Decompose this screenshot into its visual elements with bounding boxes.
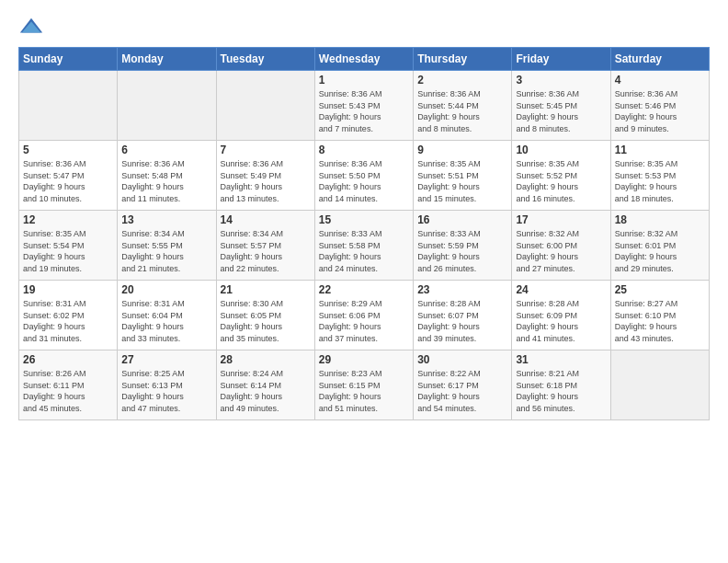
- day-number: 2: [417, 74, 507, 86]
- day-number: 26: [23, 353, 113, 366]
- day-number: 3: [516, 74, 606, 86]
- day-info: Sunrise: 8:28 AM Sunset: 6:09 PM Dayligh…: [516, 298, 606, 344]
- logo: [18, 14, 48, 40]
- day-number: 16: [417, 213, 507, 226]
- header-cell-sunday: Sunday: [19, 48, 118, 71]
- day-info: Sunrise: 8:27 AM Sunset: 6:10 PM Dayligh…: [615, 298, 705, 344]
- calendar-cell: 17Sunrise: 8:32 AM Sunset: 6:00 PM Dayli…: [512, 211, 610, 281]
- calendar-cell: 28Sunrise: 8:24 AM Sunset: 6:14 PM Dayli…: [216, 350, 314, 420]
- calendar-cell: [118, 71, 216, 141]
- day-info: Sunrise: 8:30 AM Sunset: 6:05 PM Dayligh…: [221, 298, 311, 344]
- calendar-cell: 4Sunrise: 8:36 AM Sunset: 5:46 PM Daylig…: [610, 71, 709, 141]
- calendar-cell: 13Sunrise: 8:34 AM Sunset: 5:55 PM Dayli…: [118, 211, 216, 281]
- day-number: 18: [615, 213, 705, 226]
- calendar-cell: 7Sunrise: 8:36 AM Sunset: 5:49 PM Daylig…: [216, 141, 314, 211]
- calendar-cell: 24Sunrise: 8:28 AM Sunset: 6:09 PM Dayli…: [512, 281, 610, 350]
- calendar-cell: 5Sunrise: 8:36 AM Sunset: 5:47 PM Daylig…: [19, 141, 118, 211]
- week-row-4: 19Sunrise: 8:31 AM Sunset: 6:02 PM Dayli…: [19, 281, 710, 350]
- calendar-cell: 10Sunrise: 8:35 AM Sunset: 5:52 PM Dayli…: [512, 141, 610, 211]
- week-row-5: 26Sunrise: 8:26 AM Sunset: 6:11 PM Dayli…: [19, 350, 710, 420]
- day-number: 30: [417, 353, 507, 366]
- calendar-cell: 19Sunrise: 8:31 AM Sunset: 6:02 PM Dayli…: [19, 281, 118, 350]
- day-number: 8: [319, 144, 409, 156]
- day-info: Sunrise: 8:36 AM Sunset: 5:50 PM Dayligh…: [319, 158, 409, 204]
- day-info: Sunrise: 8:36 AM Sunset: 5:49 PM Dayligh…: [221, 158, 311, 204]
- day-number: 15: [319, 213, 409, 226]
- calendar-cell: 1Sunrise: 8:36 AM Sunset: 5:43 PM Daylig…: [314, 71, 413, 141]
- calendar-cell: 29Sunrise: 8:23 AM Sunset: 6:15 PM Dayli…: [314, 350, 413, 420]
- day-info: Sunrise: 8:34 AM Sunset: 5:57 PM Dayligh…: [221, 228, 311, 274]
- calendar-cell: 15Sunrise: 8:33 AM Sunset: 5:58 PM Dayli…: [314, 211, 413, 281]
- day-info: Sunrise: 8:25 AM Sunset: 6:13 PM Dayligh…: [121, 368, 211, 414]
- day-info: Sunrise: 8:23 AM Sunset: 6:15 PM Dayligh…: [319, 368, 409, 414]
- day-number: 10: [516, 144, 606, 156]
- calendar-cell: 22Sunrise: 8:29 AM Sunset: 6:06 PM Dayli…: [314, 281, 413, 350]
- header-cell-monday: Monday: [118, 48, 216, 71]
- day-info: Sunrise: 8:36 AM Sunset: 5:43 PM Dayligh…: [319, 88, 409, 134]
- calendar-cell: 11Sunrise: 8:35 AM Sunset: 5:53 PM Dayli…: [610, 141, 709, 211]
- day-info: Sunrise: 8:31 AM Sunset: 6:02 PM Dayligh…: [23, 298, 113, 344]
- week-row-1: 1Sunrise: 8:36 AM Sunset: 5:43 PM Daylig…: [19, 71, 710, 141]
- day-info: Sunrise: 8:32 AM Sunset: 6:00 PM Dayligh…: [516, 228, 606, 274]
- day-info: Sunrise: 8:28 AM Sunset: 6:07 PM Dayligh…: [417, 298, 507, 344]
- header-cell-tuesday: Tuesday: [216, 48, 314, 71]
- calendar-cell: [216, 71, 314, 141]
- calendar-cell: 3Sunrise: 8:36 AM Sunset: 5:45 PM Daylig…: [512, 71, 610, 141]
- day-number: 6: [121, 144, 211, 156]
- day-number: 5: [23, 144, 113, 156]
- calendar-cell: 9Sunrise: 8:35 AM Sunset: 5:51 PM Daylig…: [414, 141, 512, 211]
- day-number: 12: [23, 213, 113, 226]
- day-number: 28: [221, 353, 311, 366]
- calendar-cell: 25Sunrise: 8:27 AM Sunset: 6:10 PM Dayli…: [610, 281, 709, 350]
- day-info: Sunrise: 8:21 AM Sunset: 6:18 PM Dayligh…: [516, 368, 606, 414]
- calendar-cell: [610, 350, 709, 420]
- page: SundayMondayTuesdayWednesdayThursdayFrid…: [0, 0, 728, 563]
- day-info: Sunrise: 8:35 AM Sunset: 5:54 PM Dayligh…: [23, 228, 113, 274]
- day-number: 25: [615, 283, 705, 296]
- calendar-cell: 2Sunrise: 8:36 AM Sunset: 5:44 PM Daylig…: [414, 71, 512, 141]
- day-info: Sunrise: 8:24 AM Sunset: 6:14 PM Dayligh…: [221, 368, 311, 414]
- header-cell-friday: Friday: [512, 48, 610, 71]
- calendar-cell: 26Sunrise: 8:26 AM Sunset: 6:11 PM Dayli…: [19, 350, 118, 420]
- day-info: Sunrise: 8:36 AM Sunset: 5:48 PM Dayligh…: [121, 158, 211, 204]
- day-info: Sunrise: 8:35 AM Sunset: 5:51 PM Dayligh…: [417, 158, 507, 204]
- week-row-2: 5Sunrise: 8:36 AM Sunset: 5:47 PM Daylig…: [19, 141, 710, 211]
- day-number: 27: [121, 353, 211, 366]
- header-cell-saturday: Saturday: [610, 48, 709, 71]
- calendar-cell: [19, 71, 118, 141]
- calendar-cell: 30Sunrise: 8:22 AM Sunset: 6:17 PM Dayli…: [414, 350, 512, 420]
- calendar-table: SundayMondayTuesdayWednesdayThursdayFrid…: [18, 47, 710, 420]
- calendar-cell: 23Sunrise: 8:28 AM Sunset: 6:07 PM Dayli…: [414, 281, 512, 350]
- day-info: Sunrise: 8:32 AM Sunset: 6:01 PM Dayligh…: [615, 228, 705, 274]
- day-info: Sunrise: 8:35 AM Sunset: 5:53 PM Dayligh…: [615, 158, 705, 204]
- day-number: 17: [516, 213, 606, 226]
- day-info: Sunrise: 8:22 AM Sunset: 6:17 PM Dayligh…: [417, 368, 507, 414]
- day-number: 24: [516, 283, 606, 296]
- day-number: 22: [319, 283, 409, 296]
- day-number: 4: [615, 74, 705, 86]
- header-row: SundayMondayTuesdayWednesdayThursdayFrid…: [19, 48, 710, 71]
- day-number: 13: [121, 213, 211, 226]
- header-cell-wednesday: Wednesday: [314, 48, 413, 71]
- day-info: Sunrise: 8:36 AM Sunset: 5:44 PM Dayligh…: [417, 88, 507, 134]
- day-info: Sunrise: 8:34 AM Sunset: 5:55 PM Dayligh…: [121, 228, 211, 274]
- day-number: 19: [23, 283, 113, 296]
- calendar-cell: 14Sunrise: 8:34 AM Sunset: 5:57 PM Dayli…: [216, 211, 314, 281]
- calendar-cell: 20Sunrise: 8:31 AM Sunset: 6:04 PM Dayli…: [118, 281, 216, 350]
- calendar-cell: 6Sunrise: 8:36 AM Sunset: 5:48 PM Daylig…: [118, 141, 216, 211]
- day-number: 31: [516, 353, 606, 366]
- day-info: Sunrise: 8:26 AM Sunset: 6:11 PM Dayligh…: [23, 368, 113, 414]
- day-info: Sunrise: 8:33 AM Sunset: 5:58 PM Dayligh…: [319, 228, 409, 274]
- calendar-cell: 31Sunrise: 8:21 AM Sunset: 6:18 PM Dayli…: [512, 350, 610, 420]
- day-number: 23: [417, 283, 507, 296]
- calendar-cell: 12Sunrise: 8:35 AM Sunset: 5:54 PM Dayli…: [19, 211, 118, 281]
- day-number: 11: [615, 144, 705, 156]
- day-number: 9: [417, 144, 507, 156]
- day-number: 14: [221, 213, 311, 226]
- day-info: Sunrise: 8:36 AM Sunset: 5:47 PM Dayligh…: [23, 158, 113, 204]
- calendar-cell: 16Sunrise: 8:33 AM Sunset: 5:59 PM Dayli…: [414, 211, 512, 281]
- day-info: Sunrise: 8:35 AM Sunset: 5:52 PM Dayligh…: [516, 158, 606, 204]
- day-info: Sunrise: 8:36 AM Sunset: 5:46 PM Dayligh…: [615, 88, 705, 134]
- header: [18, 14, 710, 40]
- day-number: 29: [319, 353, 409, 366]
